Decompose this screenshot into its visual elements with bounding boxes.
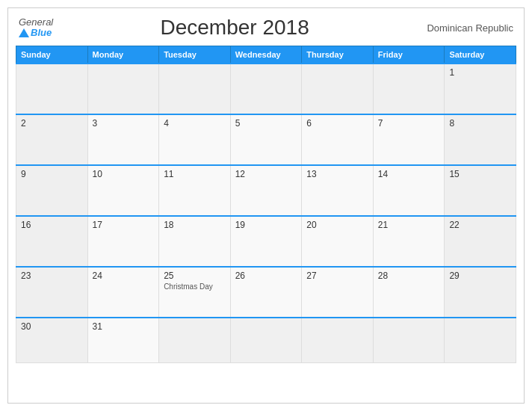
- day-number: 8: [449, 118, 511, 129]
- day-number: 20: [306, 220, 368, 230]
- day-number: 6: [306, 118, 368, 129]
- logo-general-text: General: [19, 17, 53, 28]
- calendar-cell: 2: [16, 114, 88, 165]
- calendar-cell: 3: [87, 114, 159, 165]
- calendar-cell: 19: [230, 216, 302, 267]
- calendar-cell: 23: [16, 267, 88, 318]
- day-number: 30: [21, 321, 83, 332]
- calendar-cell: 11: [159, 165, 231, 216]
- calendar-header: General Blue December 2018 Dominican Rep…: [16, 16, 516, 40]
- day-number: 27: [306, 271, 368, 281]
- day-number: 24: [93, 271, 155, 281]
- day-header-sunday: Sunday: [16, 46, 88, 64]
- calendar-cell: 12: [230, 165, 302, 216]
- day-number: 2: [21, 118, 83, 129]
- day-number: 16: [21, 220, 83, 230]
- day-number: 19: [235, 220, 297, 230]
- week-row: 3031: [16, 318, 516, 362]
- day-number: 10: [93, 169, 155, 179]
- calendar-cell: 17: [87, 216, 159, 267]
- calendar-cell: 6: [302, 114, 374, 165]
- day-number: 12: [235, 169, 297, 179]
- day-number: 22: [449, 220, 511, 230]
- day-number: 4: [164, 118, 226, 129]
- calendar-cell: 27: [302, 267, 374, 318]
- week-row: 16171819202122: [16, 216, 516, 267]
- week-row: 9101112131415: [16, 165, 516, 216]
- header-row: SundayMondayTuesdayWednesdayThursdayFrid…: [16, 46, 516, 64]
- calendar-cell: 13: [302, 165, 374, 216]
- day-header-wednesday: Wednesday: [230, 46, 302, 64]
- calendar-cell: 20: [302, 216, 374, 267]
- day-number: 5: [235, 118, 297, 129]
- calendar-container: General Blue December 2018 Dominican Rep…: [7, 7, 525, 404]
- calendar-cell: 22: [445, 216, 516, 267]
- day-number: 11: [164, 169, 226, 179]
- calendar-cell: 25Christmas Day: [159, 267, 231, 318]
- calendar-cell: 24: [87, 267, 159, 318]
- holiday-label: Christmas Day: [164, 282, 226, 291]
- calendar-cell: 14: [373, 165, 445, 216]
- day-number: 21: [378, 220, 440, 230]
- day-number: 25: [164, 271, 226, 281]
- logo-blue-text: Blue: [19, 28, 53, 38]
- calendar-cell: [16, 64, 88, 114]
- calendar-country: Dominican Republic: [416, 22, 513, 34]
- calendar-cell: 28: [373, 267, 445, 318]
- calendar-cell: [373, 318, 445, 362]
- day-number: 1: [449, 67, 511, 78]
- day-header-friday: Friday: [373, 46, 445, 64]
- logo-triangle-icon: [19, 28, 29, 37]
- day-number: 28: [378, 271, 440, 281]
- day-number: 29: [449, 271, 511, 281]
- calendar-cell: [302, 318, 374, 362]
- calendar-cell: 7: [373, 114, 445, 165]
- calendar-title: December 2018: [53, 16, 416, 40]
- calendar-cell: 10: [87, 165, 159, 216]
- day-number: 14: [378, 169, 440, 179]
- calendar-cell: 30: [16, 318, 88, 362]
- calendar-cell: [230, 318, 302, 362]
- calendar-cell: 18: [159, 216, 231, 267]
- day-header-thursday: Thursday: [302, 46, 374, 64]
- week-row: 232425Christmas Day26272829: [16, 267, 516, 318]
- calendar-cell: 9: [16, 165, 88, 216]
- calendar-cell: [87, 64, 159, 114]
- week-row: 1: [16, 64, 516, 114]
- calendar-cell: 1: [445, 64, 516, 114]
- calendar-cell: [159, 318, 231, 362]
- calendar-cell: 26: [230, 267, 302, 318]
- day-number: 17: [93, 220, 155, 230]
- calendar-cell: [302, 64, 374, 114]
- calendar-cell: [373, 64, 445, 114]
- day-number: 7: [378, 118, 440, 129]
- day-number: 13: [306, 169, 368, 179]
- logo: General Blue: [19, 17, 53, 39]
- calendar-cell: [230, 64, 302, 114]
- calendar-cell: 29: [445, 267, 516, 318]
- day-number: 15: [449, 169, 511, 179]
- day-header-monday: Monday: [87, 46, 159, 64]
- day-number: 26: [235, 271, 297, 281]
- calendar-cell: 21: [373, 216, 445, 267]
- day-number: 18: [164, 220, 226, 230]
- calendar-cell: 15: [445, 165, 516, 216]
- day-number: 31: [93, 321, 155, 332]
- day-number: 3: [93, 118, 155, 129]
- day-number: 9: [21, 169, 83, 179]
- calendar-cell: [445, 318, 516, 362]
- day-number: 23: [21, 271, 83, 281]
- day-header-saturday: Saturday: [445, 46, 516, 64]
- week-row: 2345678: [16, 114, 516, 165]
- calendar-cell: 8: [445, 114, 516, 165]
- calendar-cell: 31: [87, 318, 159, 362]
- calendar-grid: SundayMondayTuesdayWednesdayThursdayFrid…: [16, 46, 516, 363]
- calendar-cell: 5: [230, 114, 302, 165]
- calendar-cell: 16: [16, 216, 88, 267]
- calendar-cell: [159, 64, 231, 114]
- calendar-cell: 4: [159, 114, 231, 165]
- day-header-tuesday: Tuesday: [159, 46, 231, 64]
